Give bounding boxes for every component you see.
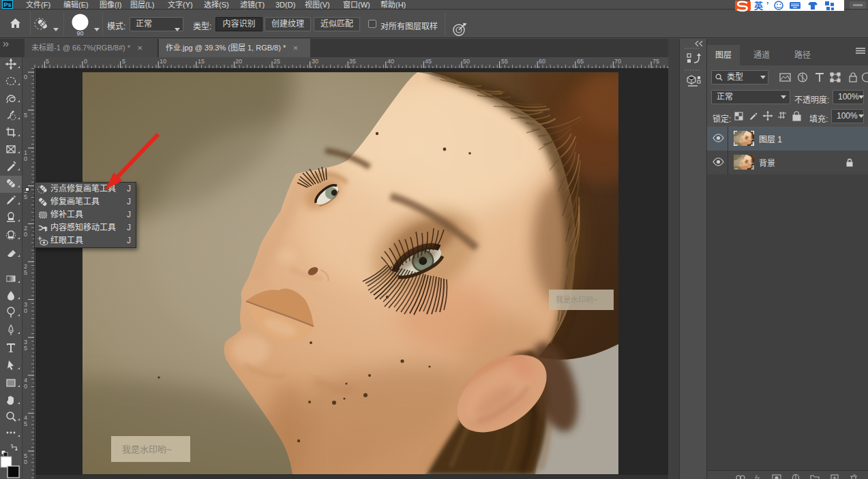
svg-text:5: 5	[24, 420, 27, 427]
svg-text:5: 5	[24, 112, 27, 119]
svg-text:20: 20	[235, 58, 242, 65]
svg-text:0: 0	[24, 459, 27, 465]
svg-text:15: 15	[198, 58, 205, 65]
svg-text:0: 0	[24, 74, 27, 80]
svg-text:35: 35	[349, 58, 356, 65]
svg-text:0: 0	[24, 307, 27, 314]
svg-text:10: 10	[160, 58, 166, 65]
svg-text:0: 0	[24, 231, 27, 238]
svg-text:25: 25	[273, 58, 280, 65]
svg-text:5: 5	[24, 269, 27, 276]
svg-text:65: 65	[577, 58, 584, 65]
svg-text:5: 5	[46, 58, 49, 65]
svg-text:0: 0	[84, 58, 87, 65]
svg-text:70: 70	[614, 58, 621, 65]
svg-text:0: 0	[24, 383, 27, 390]
svg-text:我是水印哟~: 我是水印哟~	[122, 442, 172, 455]
svg-text:fx: fx	[755, 474, 760, 479]
svg-text:60: 60	[539, 58, 545, 65]
svg-text:我是水印哟~: 我是水印哟~	[556, 294, 597, 305]
svg-text:40: 40	[387, 58, 394, 65]
svg-text:75: 75	[653, 58, 659, 65]
svg-text:5: 5	[24, 345, 27, 352]
svg-text:0: 0	[24, 155, 27, 162]
svg-text:45: 45	[425, 58, 432, 65]
svg-text:’: ’	[766, 1, 768, 10]
svg-text:50: 50	[463, 58, 470, 65]
svg-text:30: 30	[312, 58, 318, 65]
svg-text:5: 5	[122, 58, 125, 65]
svg-text:55: 55	[501, 58, 508, 65]
svg-text:5: 5	[24, 194, 27, 200]
svg-text:英: 英	[753, 0, 764, 12]
